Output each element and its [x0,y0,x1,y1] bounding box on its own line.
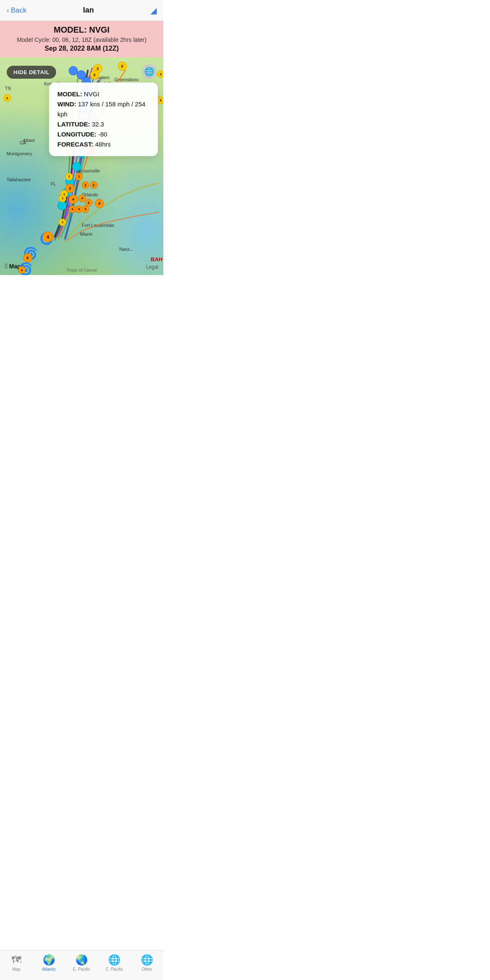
marker-num-2e[interactable]: 2 [85,199,93,206]
cyan-marker-3[interactable] [72,162,81,171]
model-name: MODEL: NVGI [7,25,157,35]
model-header: MODEL: NVGI Model Cycle: 00, 06, 12, 18Z… [0,21,163,57]
filter-button[interactable]: ◢ [150,5,157,15]
bah-label: BAH [151,256,162,262]
globe-icon: 🌐 [144,67,155,77]
marker-num-3j[interactable]: 3 [18,266,26,274]
popup-lon: LONGITUDE: -80 [57,129,150,139]
cyan-marker-6[interactable] [57,201,67,210]
marker-num-4b[interactable]: 4 [78,195,86,202]
model-cycle: Model Cycle: 00, 06, 12, 18Z (available … [7,36,157,43]
popup-lat: LATITUDE: 32.3 [57,119,150,129]
popup-model: MODEL: NVGI [57,89,150,99]
marker-num-1b[interactable]: 1 [75,173,83,180]
info-popup: MODEL: NVGI WIND: 137 kns / 158 mph / 25… [49,82,158,156]
marker-num-3h[interactable]: 3 [90,181,98,189]
marker-num-4a[interactable]: 4 [69,195,78,204]
back-button[interactable]: ‹ Back [7,6,26,15]
chevron-left-icon: ‹ [7,6,9,15]
map-area[interactable]: HIDE DETAIL 🌐 MODEL: NVGI WIND: 137 kns … [0,57,163,275]
marker-num-1d[interactable]: 1 [59,195,66,202]
popup-wind: WIND: 137 kns / 158 mph / 254 kph [57,99,150,119]
popup-forecast: FORECAST: 48hrs [57,139,150,149]
tropic-label: Tropic of Cancer [66,268,97,273]
marker-num-3[interactable]: 3 [157,70,163,78]
hide-detail-button[interactable]: HIDE DETAIL [7,66,56,79]
marker-num-1a[interactable]: 1 [65,173,73,180]
marker-num-4g[interactable]: 4 [23,253,32,262]
back-label: Back [11,6,27,15]
legal-label: Legal [146,264,158,270]
marker-num-3i[interactable]: 3 [82,206,89,213]
globe-button[interactable]: 🌐 [142,64,157,79]
model-date: Sep 28, 2022 8AM (12Z) [7,45,157,52]
apple-icon:  [5,262,8,270]
nav-bar: ‹ Back Ian ◢ [0,0,163,21]
page-title: Ian [83,6,94,15]
marker-num-2c[interactable]: 2 [90,70,99,80]
